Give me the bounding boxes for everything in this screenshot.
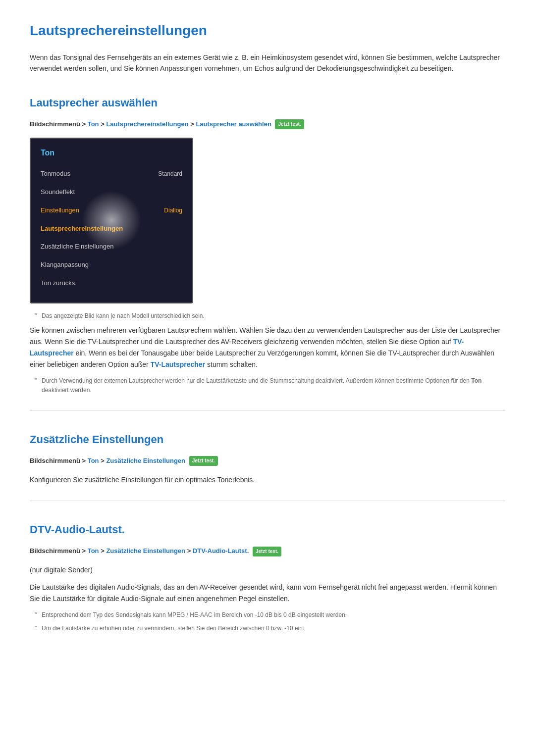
tv-menu-item-ton-zurueck[interactable]: Ton zurücks. [31, 274, 192, 293]
section-zusaetzliche-einstellungen: Zusätzliche Einstellungen Bildschirmmenü… [30, 431, 505, 486]
section3-sub-note: (nur digitale Sender) [30, 564, 505, 576]
tv-menu-item-lautsprechereinstellungen[interactable]: Lautsprechereinstellungen [31, 220, 192, 238]
breadcrumb-lautsprecher-auswaehlen[interactable]: Lautsprecher auswählen [196, 120, 271, 128]
tv-menu-item-klanganpassung[interactable]: Klanganpassung [31, 256, 192, 274]
external-speaker-note: Durch Verwendung der externen Lautsprech… [42, 376, 505, 395]
jetzt-test-badge-1[interactable]: Jetzt test. [275, 119, 304, 129]
breadcrumb-section1: Bildschirmmenü > Ton > Lautsprechereinst… [30, 119, 505, 130]
tv-menu-item-tonmodus[interactable]: Tonmodus Standard [31, 165, 192, 183]
divider-2 [30, 501, 505, 501]
tv-menu-mockup: Ton Tonmodus Standard Soundeffekt Einste… [30, 138, 193, 303]
jetzt-test-badge-2[interactable]: Jetzt test. [189, 456, 218, 466]
breadcrumb-lautsprechereinstellungen[interactable]: Lautsprechereinstellungen [106, 120, 188, 128]
section-lautsprecher-auswaehlen: Lautsprecher auswählen Bildschirmmenü > … [30, 94, 505, 396]
page-title: Lautsprechereinstellungen [30, 20, 505, 42]
breadcrumb-prefix-3: Bildschirmmenü [30, 547, 80, 554]
breadcrumb-ton-1[interactable]: Ton [88, 120, 99, 128]
section1-heading: Lautsprecher auswählen [30, 94, 505, 111]
breadcrumb-prefix: Bildschirmmenü [30, 120, 80, 128]
section-dtv-audio: DTV-Audio-Lautst. Bildschirmmenü > Ton >… [30, 521, 505, 634]
tv-menu-header: Ton [31, 147, 192, 165]
breadcrumb-zusaetzliche-3[interactable]: Zusätzliche Einstellungen [106, 547, 185, 554]
page-intro: Wenn das Tonsignal des Fernsehgeräts an … [30, 52, 505, 74]
ton-link-note[interactable]: Ton [471, 377, 482, 384]
breadcrumb-ton-3[interactable]: Ton [88, 547, 99, 554]
tv-lautsprecher-link-2[interactable]: TV-Lautsprecher [151, 360, 205, 368]
breadcrumb-dtv-audio[interactable]: DTV-Audio-Lautst. [193, 547, 249, 554]
section2-heading: Zusätzliche Einstellungen [30, 431, 505, 448]
tv-menu-item-soundeffekt[interactable]: Soundeffekt [31, 183, 192, 202]
image-note: Das angezeigte Bild kann je nach Modell … [42, 311, 505, 321]
breadcrumb-section2: Bildschirmmenü > Ton > Zusätzliche Einst… [30, 456, 505, 466]
breadcrumb-ton-2[interactable]: Ton [88, 457, 99, 464]
section3-heading: DTV-Audio-Lautst. [30, 521, 505, 538]
breadcrumb-prefix-2: Bildschirmmenü [30, 457, 80, 464]
jetzt-test-badge-3[interactable]: Jetzt test. [253, 547, 281, 556]
divider-1 [30, 410, 505, 411]
dtv-note-1: Entsprechend dem Typ des Sendesignals ka… [42, 610, 505, 620]
section3-body: Die Lautstärke des digitalen Audio-Signa… [30, 582, 505, 605]
breadcrumb-section3: Bildschirmmenü > Ton > Zusätzliche Einst… [30, 546, 505, 556]
body-text-1: Sie können zwischen mehreren verfügbaren… [30, 325, 505, 370]
section2-body: Konfigurieren Sie zusätzliche Einstellun… [30, 474, 505, 486]
tv-menu-item-einstellungen[interactable]: Einstellungen Diallog [31, 202, 192, 220]
breadcrumb-zusaetzliche-2[interactable]: Zusätzliche Einstellungen [106, 457, 185, 464]
tv-menu-item-zusaetzliche[interactable]: Zusätzliche Einstellungen [31, 238, 192, 256]
dtv-note-2: Um die Lautstärke zu erhöhen oder zu ver… [42, 624, 505, 633]
